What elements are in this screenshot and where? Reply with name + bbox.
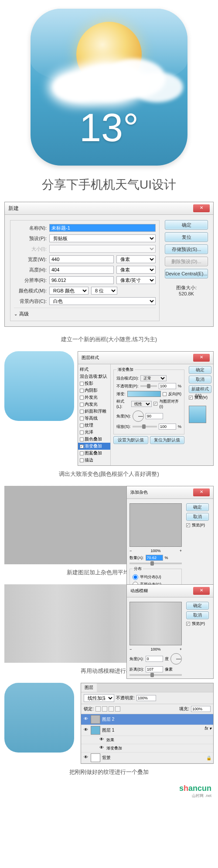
preview-checkbox[interactable]	[189, 396, 193, 400]
amount-input[interactable]	[146, 555, 163, 561]
cancel-button[interactable]: 取消	[186, 513, 209, 521]
close-icon[interactable]: ✕	[193, 204, 210, 212]
cancel-button[interactable]: 取消	[186, 611, 209, 619]
layer-style-buttons: 确定 取消 新建样式(W)... 预览(V)	[187, 364, 213, 465]
ok-button[interactable]: 确定	[186, 602, 209, 610]
ls-item[interactable]: 斜面和浮雕	[78, 408, 110, 415]
layer-row[interactable]: 👁 图层 1 fx ▾	[81, 725, 213, 736]
preset-select[interactable]: 剪贴板	[49, 234, 156, 242]
height-unit-select[interactable]: 像素	[116, 266, 156, 274]
angle-dial[interactable]	[133, 410, 144, 422]
width-unit-select[interactable]: 像素	[116, 255, 156, 263]
ls-item[interactable]: 外发光	[78, 394, 110, 401]
preview-checkbox[interactable]	[186, 622, 190, 626]
ok-button[interactable]: 确定	[186, 503, 209, 511]
zoom-out-button[interactable]: −	[129, 549, 132, 553]
fx-badge[interactable]: fx ▾	[204, 726, 211, 735]
name-label: 名称(N):	[14, 225, 47, 231]
ls-item[interactable]: 描边	[78, 457, 110, 464]
fx-row[interactable]: 👁 效果	[81, 736, 213, 744]
close-icon[interactable]: ✕	[193, 488, 210, 496]
layer-style-options: 渐变叠加 混合模式(D):正常 不透明度(P):% 渐变:反向(R) 样式(L)…	[111, 364, 187, 465]
ls-item-selected[interactable]: 渐变叠加	[78, 443, 110, 450]
lock-pixels-icon[interactable]	[102, 706, 107, 712]
visibility-icon[interactable]: 👁	[83, 716, 89, 722]
layers-tab[interactable]: 图层	[81, 683, 97, 692]
ok-button[interactable]: 确定	[189, 366, 211, 374]
delete-preset-button: 删除预设(D)...	[165, 257, 208, 266]
preset-label: 预设(P):	[14, 235, 47, 242]
angle-input[interactable]	[146, 413, 163, 419]
zoom-in-button[interactable]: +	[180, 549, 182, 553]
depth-select[interactable]: 8 位	[91, 287, 117, 295]
device-central-button[interactable]: Device Central(E)...	[165, 269, 208, 278]
visibility-icon[interactable]: 👁	[99, 745, 105, 751]
ls-item[interactable]: 颜色叠加	[78, 436, 110, 443]
fx-item-row[interactable]: 👁 渐变叠加	[81, 744, 213, 753]
dialog-title: 新建	[8, 205, 19, 212]
fill-input[interactable]	[191, 706, 211, 712]
ls-item[interactable]: 纹理	[78, 422, 110, 429]
preview-checkbox[interactable]	[186, 523, 190, 527]
uniform-radio[interactable]	[133, 574, 138, 580]
temperature-text: 13°	[31, 105, 187, 150]
opacity-slider[interactable]	[140, 385, 157, 387]
amount-slider[interactable]	[129, 563, 182, 564]
zoom-in-button[interactable]: +	[180, 647, 182, 651]
blend-mode-select[interactable]: 线性加深	[84, 694, 114, 702]
layer-thumbnail	[91, 753, 100, 762]
visibility-icon[interactable]: 👁	[83, 727, 89, 733]
grad-style-select[interactable]: 线性	[131, 401, 152, 407]
colormode-select[interactable]: RGB 颜色	[49, 287, 89, 295]
ls-item[interactable]: 内阴影	[78, 387, 110, 394]
layer-row[interactable]: 👁 图层 2	[81, 714, 213, 725]
zoom-out-button[interactable]: −	[129, 647, 132, 651]
lock-icons	[95, 706, 120, 712]
scale-input[interactable]	[159, 424, 176, 430]
ls-item[interactable]: 内发光	[78, 401, 110, 408]
opacity-input[interactable]	[159, 383, 176, 389]
name-input[interactable]	[49, 224, 156, 232]
lock-all-icon[interactable]	[115, 706, 120, 712]
set-default-button[interactable]: 设置为默认值	[113, 436, 148, 444]
close-icon[interactable]: ✕	[193, 354, 210, 362]
width-input[interactable]	[49, 255, 114, 263]
close-icon[interactable]: ✕	[193, 587, 210, 595]
lock-transparency-icon[interactable]	[95, 706, 101, 712]
scale-slider[interactable]	[133, 426, 157, 427]
advanced-toggle[interactable]: ⌄ 高级	[14, 308, 156, 317]
lock-position-icon[interactable]	[109, 706, 114, 712]
mb-angle-dial[interactable]	[170, 653, 182, 665]
ls-item[interactable]: 光泽	[78, 429, 110, 436]
ls-item[interactable]: 混合选项:默认	[78, 373, 110, 380]
reset-default-button[interactable]: 复位为默认值	[150, 436, 185, 444]
weather-icon-section: 13°	[0, 0, 218, 170]
ls-item[interactable]: 图案叠加	[78, 450, 110, 457]
dialog-buttons: 确定 复位 存储预设(S)... 删除预设(D)... Device Centr…	[165, 220, 208, 321]
resolution-input[interactable]	[49, 276, 114, 284]
ok-button[interactable]: 确定	[165, 220, 208, 230]
resolution-unit-select[interactable]: 像素/英寸	[116, 276, 156, 284]
ls-item[interactable]: 样式	[78, 366, 110, 373]
layers-panel: 图层 线性加深 不透明度: 锁定: 填充: 👁 图层 2 👁	[81, 683, 214, 764]
mb-dist-input[interactable]	[146, 666, 163, 672]
mb-dist-slider[interactable]	[129, 674, 182, 676]
ls-item[interactable]: 投影	[78, 380, 110, 387]
reset-button[interactable]: 复位	[165, 232, 208, 242]
new-style-button[interactable]: 新建样式(W)...	[189, 385, 211, 393]
layer-opacity-input[interactable]	[136, 695, 156, 701]
cloud-graphic	[48, 50, 170, 107]
tutorial-title: 分享下手机机天气UI设计	[0, 170, 218, 202]
gradient-picker[interactable]	[127, 391, 161, 397]
motion-blur-dialog: 动感模糊✕ −100%+ 角度(A):度 距离(D):像素 确定 取消 预览(P…	[126, 584, 214, 679]
visibility-icon[interactable]: 👁	[83, 755, 89, 761]
mb-angle-input[interactable]	[146, 656, 163, 662]
blend-mode-select[interactable]: 正常	[140, 375, 167, 381]
height-input[interactable]	[49, 266, 114, 274]
layer-row[interactable]: 👁 背景 🔒	[81, 753, 213, 763]
ls-item[interactable]: 等高线	[78, 415, 110, 422]
save-preset-button[interactable]: 存储预设(S)...	[165, 244, 208, 254]
cancel-button[interactable]: 取消	[189, 376, 211, 383]
bg-select[interactable]: 白色	[49, 297, 156, 305]
visibility-icon[interactable]: 👁	[99, 737, 105, 743]
